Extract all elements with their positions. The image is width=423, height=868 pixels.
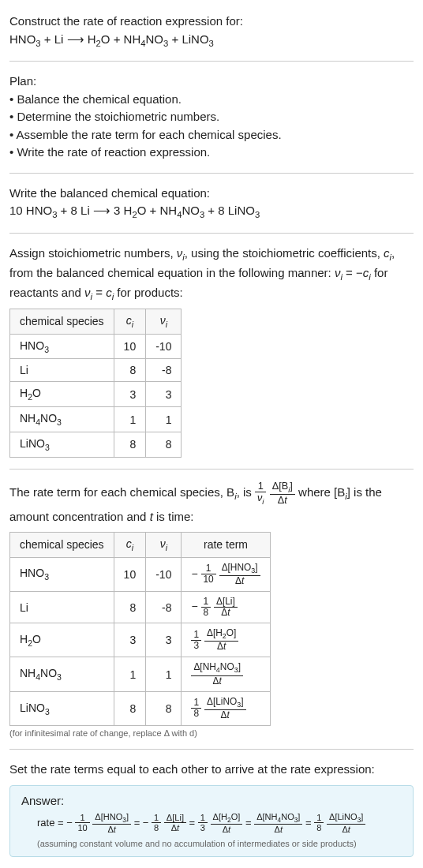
cell-nu: 8 — [146, 691, 182, 725]
cell-nu: 3 — [146, 623, 182, 657]
cell-rate: − 18 Δ[Li]Δt — [182, 592, 270, 623]
cell-species: LiNO3 — [10, 432, 114, 458]
cell-nu: -10 — [146, 557, 182, 591]
rate-term-section: The rate term for each chemical species,… — [9, 474, 414, 744]
answer-note: (assuming constant volume and no accumul… — [21, 839, 402, 848]
text: , using the stoichiometric coefficients, — [185, 246, 384, 260]
balanced-equation: 10 HNO3 + 8 Li ⟶ 3 H2O + NH4NO3 + 8 LiNO… — [9, 202, 414, 222]
final-section: Set the rate terms equal to each other t… — [9, 754, 414, 863]
rate-term-table: chemical species ci νi rate term HNO3 10… — [9, 532, 271, 726]
cell-c: 1 — [114, 407, 146, 432]
plan-item: • Assemble the rate term for each chemic… — [9, 126, 414, 144]
cell-rate: 13 Δ[H2O]Δt — [182, 623, 270, 657]
cell-rate: − 110 Δ[HNO3]Δt — [182, 557, 270, 591]
cell-species: Li — [10, 359, 114, 382]
rate-term-intro: The rate term for each chemical species,… — [9, 481, 414, 527]
rate-term-note: (for infinitesimal rate of change, repla… — [9, 728, 414, 738]
table-row: H2O 3 3 13 Δ[H2O]Δt — [10, 623, 271, 657]
table-row: NH4NO3 1 1 Δ[NH4NO3]Δt — [10, 657, 271, 691]
text: The rate term for each chemical species,… — [9, 485, 234, 499]
cell-c: 8 — [114, 691, 146, 725]
cell-nu: 8 — [146, 432, 182, 458]
cell-nu: 1 — [146, 657, 182, 691]
col-rate: rate term — [182, 532, 270, 557]
cell-nu: 3 — [146, 382, 182, 407]
col-species: chemical species — [10, 532, 114, 557]
stoich-section: Assign stoichiometric numbers, νi, using… — [9, 238, 414, 464]
text: Assign stoichiometric numbers, — [9, 246, 177, 260]
stoich-intro: Assign stoichiometric numbers, νi, using… — [9, 245, 414, 304]
table-row: LiNO3 8 8 — [10, 432, 182, 458]
plan-item: • Determine the stoichiometric numbers. — [9, 108, 414, 126]
divider — [9, 61, 414, 62]
balanced-title: Write the balanced chemical equation: — [9, 185, 414, 203]
col-nu: νi — [146, 532, 182, 557]
plan-title: Plan: — [9, 73, 414, 91]
plan-item: • Balance the chemical equation. — [9, 91, 414, 109]
cell-rate: 18 Δ[LiNO3]Δt — [182, 691, 270, 725]
cell-nu: -8 — [146, 592, 182, 623]
cell-c: 10 — [114, 557, 146, 591]
table-header-row: chemical species ci νi rate term — [10, 532, 271, 557]
cell-c: 8 — [114, 359, 146, 382]
table-row: Li 8 -8 − 18 Δ[Li]Δt — [10, 592, 271, 623]
cell-nu: -8 — [146, 359, 182, 382]
plan-item: • Write the rate of reaction expression. — [9, 144, 414, 162]
header-title: Construct the rate of reaction expressio… — [9, 13, 414, 31]
cell-c: 3 — [114, 623, 146, 657]
cell-species: LiNO3 — [10, 691, 114, 725]
cell-species: H2O — [10, 382, 114, 407]
col-c: ci — [114, 532, 146, 557]
balanced-section: Write the balanced chemical equation: 10… — [9, 178, 414, 228]
col-nu: νi — [146, 309, 182, 334]
table-row: LiNO3 8 8 18 Δ[LiNO3]Δt — [10, 691, 271, 725]
cell-c: 8 — [114, 432, 146, 458]
divider — [9, 173, 414, 174]
table-row: HNO3 10 -10 — [10, 334, 182, 359]
cell-species: HNO3 — [10, 334, 114, 359]
cell-rate: Δ[NH4NO3]Δt — [182, 657, 270, 691]
cell-species: NH4NO3 — [10, 407, 114, 432]
table-header-row: chemical species ci νi — [10, 309, 182, 334]
table-row: H2O 3 3 — [10, 382, 182, 407]
table-row: Li 8 -8 — [10, 359, 182, 382]
divider — [9, 233, 414, 234]
cell-nu: 1 — [146, 407, 182, 432]
cell-c: 10 — [114, 334, 146, 359]
text: is time: — [153, 510, 194, 523]
col-species: chemical species — [10, 309, 114, 334]
rate-prefix: rate = — [37, 816, 66, 828]
rate-expression: rate = − 110 Δ[HNO3]Δt = − 18 Δ[Li]Δt = … — [21, 812, 402, 834]
final-title: Set the rate terms equal to each other t… — [9, 761, 414, 779]
cell-c: 8 — [114, 592, 146, 623]
plan-section: Plan: • Balance the chemical equation. •… — [9, 66, 414, 168]
text: , is — [237, 485, 255, 499]
cell-nu: -10 — [146, 334, 182, 359]
text: where [B — [298, 485, 345, 499]
table-row: NH4NO3 1 1 — [10, 407, 182, 432]
cell-species: Li — [10, 592, 114, 623]
table-row: HNO3 10 -10 − 110 Δ[HNO3]Δt — [10, 557, 271, 591]
cell-c: 1 — [114, 657, 146, 691]
header-equation: HNO3 + Li ⟶ H2O + NH4NO3 + LiNO3 — [9, 31, 414, 51]
cell-c: 3 — [114, 382, 146, 407]
col-c: ci — [114, 309, 146, 334]
divider — [9, 469, 414, 470]
answer-box: Answer: rate = − 110 Δ[HNO3]Δt = − 18 Δ[… — [9, 785, 414, 857]
cell-species: HNO3 — [10, 557, 114, 591]
header-section: Construct the rate of reaction expressio… — [9, 6, 414, 56]
answer-label: Answer: — [21, 794, 402, 807]
divider — [9, 749, 414, 750]
stoich-table: chemical species ci νi HNO3 10 -10 Li 8 … — [9, 309, 182, 458]
text: for products: — [114, 286, 183, 299]
cell-species: H2O — [10, 623, 114, 657]
cell-species: NH4NO3 — [10, 657, 114, 691]
